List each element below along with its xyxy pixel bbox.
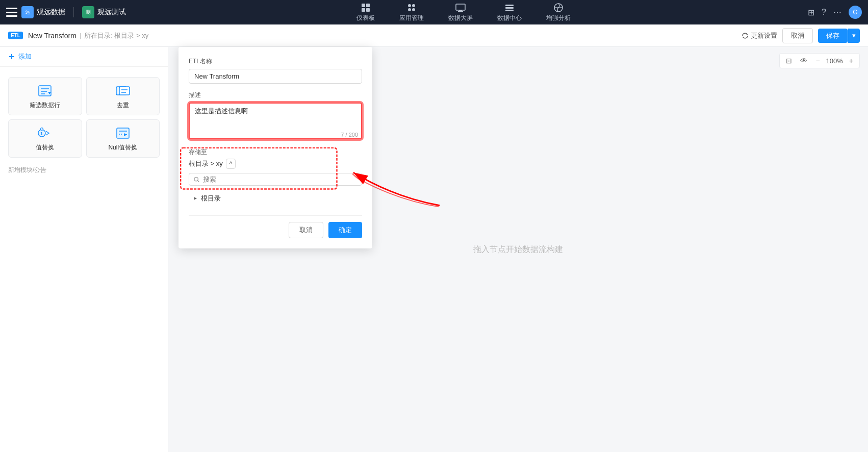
breadcrumb-separator: | <box>80 32 81 39</box>
nav-item-enhance-analysis[interactable]: 增强分析 <box>544 3 573 22</box>
app-name: 观远测试 <box>97 8 126 17</box>
node-dedup[interactable]: 去重 <box>86 77 160 115</box>
nav-label-enhance-analysis: 增强分析 <box>546 14 571 22</box>
save-button-group: 保存 ▾ <box>818 29 860 43</box>
storage-label: 存储至 <box>189 148 362 157</box>
desc-textarea-wrap: 这里是描述信息啊 7 / 200 <box>189 103 362 141</box>
etl-name-input[interactable] <box>189 69 362 84</box>
svg-rect-9 <box>459 10 462 11</box>
svg-point-36 <box>194 177 198 181</box>
node-filter-rows[interactable]: 筛选数据行 <box>8 77 82 115</box>
etl-settings-modal: ETL名称 描述 这里是描述信息啊 7 / 200 存储至 根目录 > xy <box>178 47 372 248</box>
breadcrumb-actions: 更新设置 取消 保存 ▾ <box>742 28 860 43</box>
svg-rect-3 <box>366 8 370 12</box>
svg-point-7 <box>412 8 415 11</box>
tree-container: 根目录 <box>189 190 362 207</box>
modal-confirm-button[interactable]: 确定 <box>328 222 362 238</box>
tree-item-root[interactable]: 根目录 <box>189 192 362 205</box>
node-null-replace-label: Null值替换 <box>108 143 137 152</box>
svg-text:1: 1 <box>40 131 43 136</box>
nav-item-data-screen[interactable]: 数据大屏 <box>446 3 475 22</box>
search-input[interactable] <box>203 175 358 183</box>
svg-rect-32 <box>117 128 129 138</box>
brand-logo: 远 观远数据 <box>21 6 65 18</box>
save-dropdown-button[interactable]: ▾ <box>848 29 860 43</box>
canvas-zoom-in-button[interactable]: + <box>847 56 855 66</box>
value-replace-icon: 1 <box>37 125 53 141</box>
user-icon[interactable]: G <box>849 6 862 19</box>
modal-cancel-button[interactable]: 取消 <box>289 222 323 238</box>
svg-rect-10 <box>458 11 463 12</box>
nav-label-data-screen: 数据大屏 <box>448 14 473 22</box>
path-text: 根目录 > xy <box>189 159 223 168</box>
null-replace-icon <box>115 125 131 141</box>
question-icon[interactable]: ? <box>822 8 826 17</box>
desc-count: 7 / 200 <box>341 132 358 138</box>
tree-expand-icon <box>193 196 198 201</box>
storage-field: 存储至 根目录 > xy ^ 根目录 <box>189 148 362 207</box>
filter-rows-icon <box>37 83 53 99</box>
page-title: New Transform <box>28 32 76 40</box>
svg-rect-18 <box>39 86 51 96</box>
app-name-label: 测 观远测试 <box>82 6 126 18</box>
svg-rect-12 <box>505 7 514 9</box>
cancel-button[interactable]: 取消 <box>782 28 813 43</box>
canvas-zoom-out-button[interactable]: − <box>813 56 822 66</box>
add-node-button[interactable]: 添加 <box>0 47 168 67</box>
node-value-replace-label: 值替换 <box>36 143 54 152</box>
update-settings-button[interactable]: 更新设置 <box>742 31 777 40</box>
apps-icon[interactable]: ⋯ <box>833 8 841 17</box>
svg-marker-38 <box>194 197 197 200</box>
svg-point-5 <box>412 4 415 7</box>
nav-label-data-center: 数据中心 <box>497 14 522 22</box>
nav-item-dashboard[interactable]: 仪表板 <box>354 3 377 22</box>
desc-field: 描述 这里是描述信息啊 7 / 200 <box>189 91 362 141</box>
svg-point-6 <box>408 8 411 11</box>
svg-point-4 <box>408 4 411 7</box>
breadcrumb-path: 所在目录: 根目录 > xy <box>84 31 148 40</box>
canvas-toolbar: ⊡ 👁 − 100% + <box>779 53 860 68</box>
node-value-replace[interactable]: 1 值替换 <box>8 119 82 158</box>
dedup-icon <box>115 83 131 99</box>
nav-label-dashboard: 仪表板 <box>356 14 375 22</box>
search-icon <box>193 176 200 183</box>
grid-icon[interactable]: ⊞ <box>808 8 814 17</box>
add-label: 添加 <box>18 52 32 61</box>
node-null-replace[interactable]: Null值替换 <box>86 119 160 158</box>
tree-root-label: 根目录 <box>201 194 221 203</box>
brand-name: 观远数据 <box>37 8 65 17</box>
nav-label-app-manage: 应用管理 <box>399 14 424 22</box>
brand-icon: 远 <box>21 6 34 18</box>
section-more-label: 新增模块/公告 <box>0 162 168 177</box>
save-button[interactable]: 保存 <box>818 29 848 43</box>
canvas-eye-button[interactable]: 👁 <box>798 56 809 66</box>
top-nav-center: 仪表板 应用管理 数据大屏 数据中心 增强分析 <box>126 3 801 22</box>
path-row: 根目录 > xy ^ <box>189 159 362 169</box>
svg-rect-0 <box>362 4 365 7</box>
breadcrumb-bar: ETL New Transform | 所在目录: 根目录 > xy 更新设置 … <box>0 24 868 47</box>
menu-icon[interactable] <box>6 8 17 17</box>
section-transform-label <box>0 67 168 73</box>
etl-name-field: ETL名称 <box>189 57 362 84</box>
node-filter-rows-label: 筛选数据行 <box>30 101 60 110</box>
nav-item-app-manage[interactable]: 应用管理 <box>397 3 426 22</box>
canvas-area: 拖入节点开始数据流构建 ⊡ 👁 − 100% + ETL名称 描述 这里是描述信 <box>168 47 868 452</box>
svg-line-37 <box>198 181 199 182</box>
main-layout: 添加 筛选数据行 <box>0 47 868 452</box>
svg-rect-11 <box>505 5 514 6</box>
canvas-fit-button[interactable]: ⊡ <box>784 56 794 66</box>
etl-name-label: ETL名称 <box>189 57 362 66</box>
desc-textarea[interactable]: 这里是描述信息啊 <box>189 103 362 139</box>
canvas-zoom-label: 100% <box>826 57 843 65</box>
svg-rect-24 <box>119 87 130 95</box>
nav-item-data-center[interactable]: 数据中心 <box>495 3 524 22</box>
modal-footer: 取消 确定 <box>189 215 362 238</box>
top-navigation: 远 观远数据 测 观远测试 仪表板 应用管理 数据大屏 数据中心 增强分析 <box>0 0 868 24</box>
etl-badge: ETL <box>8 32 23 39</box>
path-collapse-button[interactable]: ^ <box>226 159 236 169</box>
left-sidebar: 添加 筛选数据行 <box>0 47 168 452</box>
top-nav-right: ⊞ ? ⋯ G <box>801 6 862 19</box>
svg-rect-13 <box>505 10 514 11</box>
svg-rect-1 <box>366 4 370 7</box>
search-row <box>189 173 362 186</box>
